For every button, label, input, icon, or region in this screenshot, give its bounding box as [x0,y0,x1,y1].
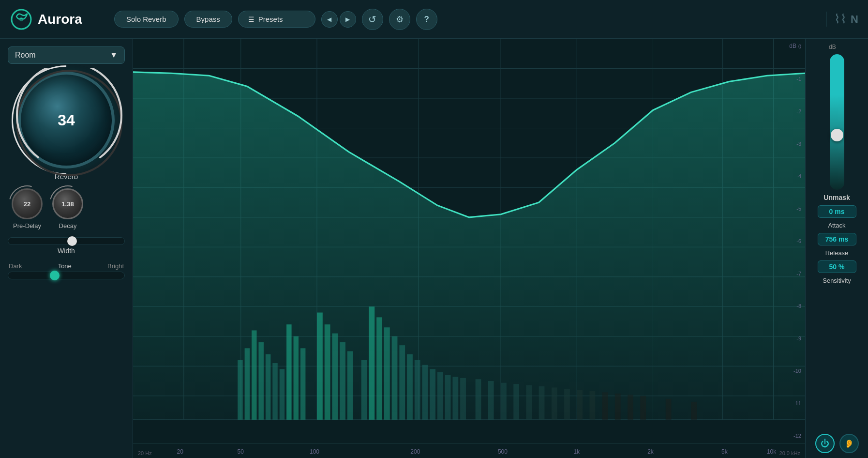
knobs-row: 22 Pre-Delay 1.38 Decay [8,188,125,229]
n-brand-icon: N [851,13,858,26]
release-label: Release [825,249,849,257]
db-12: -12 [793,433,801,439]
presets-button[interactable]: ☰ Presets [238,11,315,28]
reverb-knob[interactable]: 34 [18,72,115,168]
eq-svg [133,39,805,443]
header-right: ⌇⌇ N [826,12,858,27]
tone-bright-label: Bright [107,262,124,270]
help-icon: ? [424,15,429,24]
freq-100: 100 [310,448,319,455]
freq-1k: 1k [573,448,580,455]
dropdown-arrow-icon: ▼ [110,51,118,60]
right-db-label: dB [829,44,836,50]
pre-delay-value: 22 [24,200,30,208]
db-6: -6 [793,238,801,244]
ear-button[interactable]: 👂 [839,434,859,453]
freq-2k: 2k [647,448,654,455]
db-scale: 0 -1 -2 -3 -4 -5 -6 -7 -8 -9 -10 -11 -12 [793,39,801,443]
header: Aurora Solo Reverb Bypass ☰ Presets ◀ ▶ … [0,0,868,39]
waves-brand-icon: ⌇⌇ [834,12,847,27]
help-button[interactable]: ? [416,9,437,30]
width-slider[interactable] [8,237,125,245]
sidebar: Room ▼ 34 Reverb 22 [0,39,133,458]
eq-area[interactable]: dB [133,39,805,458]
room-label: Room [15,51,36,60]
logo-icon [10,8,33,31]
db-9: -9 [793,336,801,341]
undo-button[interactable]: ↺ [362,9,383,30]
freq-500: 500 [498,448,508,455]
app-container: Aurora Solo Reverb Bypass ☰ Presets ◀ ▶ … [0,0,868,458]
sensitivity-label: Sensitivity [823,277,851,284]
decay-value: 1.38 [61,200,74,208]
db-2: -2 [793,108,801,114]
freq-5k: 5k [721,448,728,455]
solo-reverb-button[interactable]: Solo Reverb [114,11,179,28]
tone-dark-label: Dark [9,262,22,270]
hz-left-label: 20 Hz [138,450,152,456]
pre-delay-knob[interactable]: 22 [12,188,43,219]
tone-center-label: Tone [58,262,72,270]
decay-container: 1.38 Decay [52,188,83,229]
freq-bar [133,443,805,443]
tone-slider[interactable] [8,272,125,279]
freq-50: 50 [238,448,244,455]
freq-200: 200 [410,448,420,455]
db-3: -3 [793,141,801,147]
settings-icon: ⚙ [396,14,404,25]
presets-label: Presets [258,15,283,23]
db-10: -10 [793,368,801,374]
pre-delay-container: 22 Pre-Delay [12,188,43,229]
tone-slider-container: Dark Tone Bright [8,262,125,279]
decay-knob[interactable]: 1.38 [52,188,83,219]
undo-icon: ↺ [368,14,376,25]
width-label: Width [8,247,125,255]
freq-20: 20 [177,448,183,455]
decay-label: Decay [59,222,77,229]
right-panel: dB Unmask 0 ms Attack 756 ms Release 50 … [805,39,868,458]
room-select[interactable]: Room ▼ [8,46,125,64]
db-4: -4 [793,173,801,179]
vertical-slider-thumb [831,129,843,141]
logo-text: Aurora [38,12,82,27]
header-controls: Solo Reverb Bypass ☰ Presets ◀ ▶ ↺ ⚙ ? [114,9,818,30]
sensitivity-value-badge[interactable]: 50 % [818,260,856,273]
width-slider-container: Width [8,237,125,255]
db-0: 0 [793,44,801,49]
bypass-button[interactable]: Bypass [184,11,232,28]
db-5: -5 [793,206,801,212]
pre-delay-label: Pre-Delay [13,222,41,229]
hz-right-label: 20.0 kHz [779,450,800,456]
attack-value-badge[interactable]: 0 ms [818,205,856,218]
db-11: -11 [793,400,801,406]
tone-labels: Dark Tone Bright [8,262,125,270]
power-button[interactable]: ⏻ [815,434,835,453]
reverb-value: 34 [58,111,75,129]
svg-point-1 [19,17,23,21]
attack-label: Attack [828,222,845,229]
next-preset-button[interactable]: ▶ [340,11,356,28]
settings-button[interactable]: ⚙ [389,9,410,30]
brand-icons: ⌇⌇ N [826,12,858,27]
prev-preset-button[interactable]: ◀ [321,11,338,28]
bottom-icons: ⏻ 👂 [815,434,859,453]
preset-navigation: ◀ ▶ [321,11,356,28]
main-content: Room ▼ 34 Reverb 22 [0,39,868,458]
tone-slider-thumb [50,271,60,280]
width-slider-thumb [67,236,77,246]
vertical-gain-slider[interactable] [830,54,844,190]
power-icon: ⏻ [821,439,829,449]
db-8: -8 [793,303,801,309]
freq-10k: 10k [767,448,776,455]
release-value-badge[interactable]: 756 ms [818,233,856,245]
presets-list-icon: ☰ [248,15,254,23]
logo-area: Aurora [10,8,106,31]
db-7: -7 [793,271,801,276]
reverb-knob-container: 34 Reverb [8,72,125,181]
ear-icon: 👂 [844,439,854,448]
db-1: -1 [793,76,801,82]
unmask-label: Unmask [823,194,850,201]
